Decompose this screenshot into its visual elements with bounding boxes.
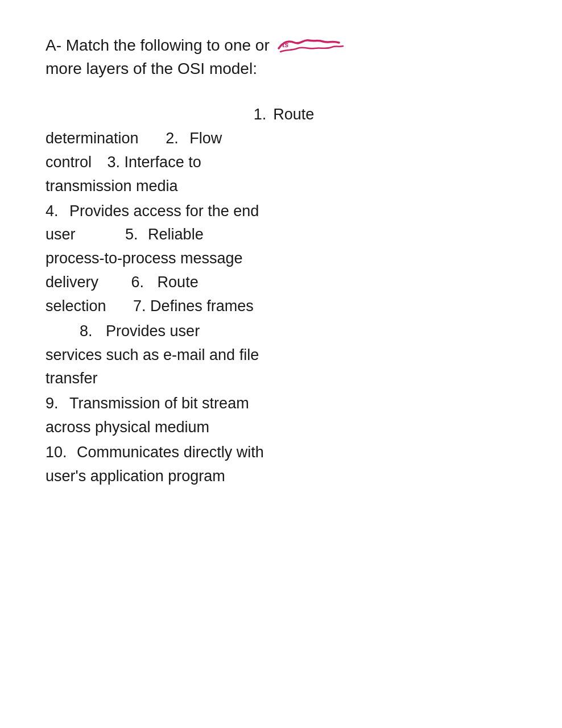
list-row-8: 8. Provides user: [46, 320, 522, 344]
item-2-text: Flow: [189, 130, 222, 147]
items-list: 1.Route determination 2. Flow control 3.…: [46, 97, 522, 489]
item-2-text-cont: control: [46, 154, 92, 171]
item-1-number: 1.: [254, 106, 267, 123]
item-4-number: 4.: [46, 202, 59, 220]
svg-text:ts: ts: [282, 40, 289, 49]
list-row-9: 9. Transmission of bit stream: [46, 392, 522, 416]
list-row-5-text: process-to-process message: [46, 247, 522, 271]
item-6-text-cont: selection: [46, 297, 106, 315]
item-5-text-delivery: delivery: [46, 274, 98, 291]
item-8-text: Provides user: [106, 322, 200, 340]
item-8-number: 8.: [80, 322, 93, 340]
header-main-text: A- Match the following to one or ts more…: [46, 34, 346, 80]
item-5-number: 5.: [125, 226, 138, 243]
list-row-user-5: user 5. Reliable: [46, 223, 522, 247]
list-row-delivery-6: delivery 6. Route: [46, 271, 522, 295]
list-row-4: 4. Provides access for the end: [46, 200, 522, 224]
list-row-8-text: services such as e-mail and file: [46, 344, 522, 367]
item-5-text: Reliable: [148, 226, 204, 243]
question-header: A- Match the following to one or ts more…: [46, 34, 522, 80]
item-1-text: Route: [273, 106, 314, 123]
item-10-number: 10.: [46, 444, 67, 461]
item-8-text-transfer: transfer: [46, 370, 98, 387]
list-row-selection-7: selection 7. Defines frames: [46, 295, 522, 318]
item-5-text-full: process-to-process message: [46, 250, 243, 267]
list-row-10: 10. Communicates directly with: [46, 441, 522, 465]
item-3-text: transmission media: [46, 177, 178, 195]
item-4-text-cont: user: [46, 226, 76, 243]
item-9-number: 9.: [46, 395, 59, 412]
list-row-9-text: across physical medium: [46, 416, 522, 440]
list-row-10-text: user's application program: [46, 465, 522, 489]
page-container: A- Match the following to one or ts more…: [0, 0, 562, 728]
item-9-text: Transmission of bit stream: [69, 395, 249, 412]
item-10-text-cont: user's application program: [46, 468, 225, 485]
list-row-control-3: control 3. Interface to: [46, 151, 522, 175]
item-7-number: 7. Defines frames: [133, 297, 254, 315]
item-6-text: Route: [158, 274, 199, 291]
item-3-number: 3. Interface to: [108, 154, 201, 171]
list-row-determination-2: determination 2. Flow: [46, 127, 522, 151]
scribble-annotation: ts: [278, 37, 346, 55]
item-2-number: 2.: [166, 130, 179, 147]
item-10-text: Communicates directly with: [77, 444, 264, 461]
list-row-3-text: transmission media: [46, 175, 522, 198]
item-8-text-cont: services such as e-mail and file: [46, 346, 259, 363]
item-1-text-cont: determination: [46, 130, 139, 147]
list-row-transfer: transfer: [46, 367, 522, 391]
list-row-1-2: 1.Route: [46, 97, 522, 127]
item-4-text: Provides access for the end: [69, 202, 259, 220]
item-9-text-cont: across physical medium: [46, 419, 209, 436]
item-6-number: 6.: [131, 274, 144, 291]
